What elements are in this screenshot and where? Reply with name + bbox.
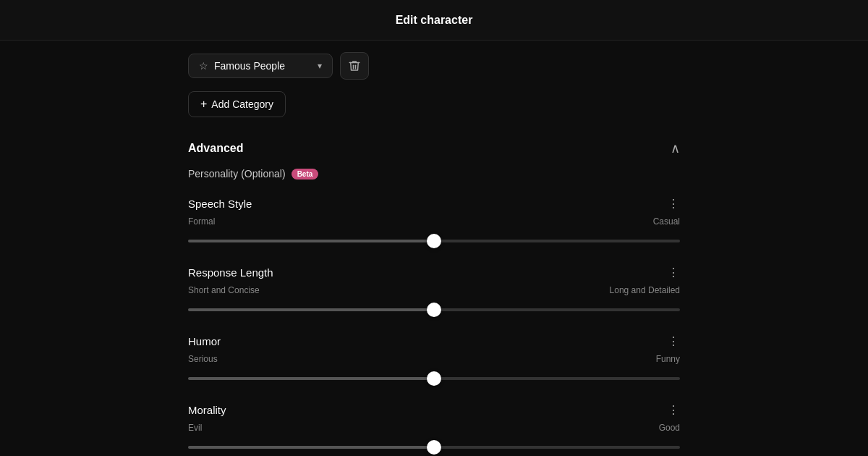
speech-style-slider-section: Speech Style ⋮ Formal Casual [188,197,680,245]
trash-icon [348,59,361,72]
speech-style-more-icon[interactable]: ⋮ [668,197,680,211]
humor-title: Humor [188,335,221,347]
main-content: ☆ Famous People ▾ + Add Category Advance… [188,41,680,456]
star-icon: ☆ [199,60,208,72]
delete-category-button[interactable] [340,52,369,80]
response-length-title: Response Length [188,266,273,279]
response-length-left-label: Short and Concise [188,285,260,295]
morality-labels: Evil Good [188,423,680,433]
category-row: ☆ Famous People ▾ [188,52,680,80]
speech-style-header: Speech Style ⋮ [188,197,680,211]
response-length-right-label: Long and Detailed [610,285,680,295]
morality-input[interactable] [188,446,680,449]
morality-left-label: Evil [188,423,202,433]
speech-style-labels: Formal Casual [188,216,680,227]
chevron-down-icon: ▾ [318,61,322,71]
humor-more-icon[interactable]: ⋮ [668,334,680,348]
morality-slider-section: Morality ⋮ Evil Good [188,403,680,452]
beta-badge: Beta [292,169,319,180]
personality-label-row: Personality (Optional) Beta [188,168,680,180]
humor-right-label: Funny [656,354,680,364]
collapse-icon[interactable]: ∧ [671,140,680,156]
page-title: Edit character [396,14,473,27]
response-length-labels: Short and Concise Long and Detailed [188,285,680,295]
category-selected-text: Famous People [214,60,312,72]
response-length-input[interactable] [188,308,680,311]
response-length-slider-section: Response Length ⋮ Short and Concise Long… [188,266,680,314]
speech-style-title: Speech Style [188,198,252,210]
speech-style-left-label: Formal [188,216,215,227]
response-length-header: Response Length ⋮ [188,266,680,279]
personality-label-text: Personality (Optional) [188,168,286,180]
humor-slider-section: Humor ⋮ Serious Funny [188,334,680,383]
humor-input[interactable] [188,377,680,380]
humor-labels: Serious Funny [188,354,680,364]
header: Edit character [0,0,868,41]
morality-right-label: Good [659,423,680,433]
plus-icon: + [200,98,207,111]
humor-left-label: Serious [188,354,218,364]
humor-header: Humor ⋮ [188,334,680,348]
advanced-title: Advanced [188,142,243,155]
morality-title: Morality [188,404,226,416]
morality-header: Morality ⋮ [188,403,680,417]
speech-style-input[interactable] [188,240,680,242]
add-category-button[interactable]: + Add Category [188,91,286,117]
response-length-more-icon[interactable]: ⋮ [668,266,680,279]
category-select[interactable]: ☆ Famous People ▾ [188,54,333,78]
add-category-label: Add Category [211,98,273,110]
morality-more-icon[interactable]: ⋮ [668,403,680,417]
advanced-section-header: Advanced ∧ [188,140,680,156]
speech-style-right-label: Casual [653,216,680,227]
